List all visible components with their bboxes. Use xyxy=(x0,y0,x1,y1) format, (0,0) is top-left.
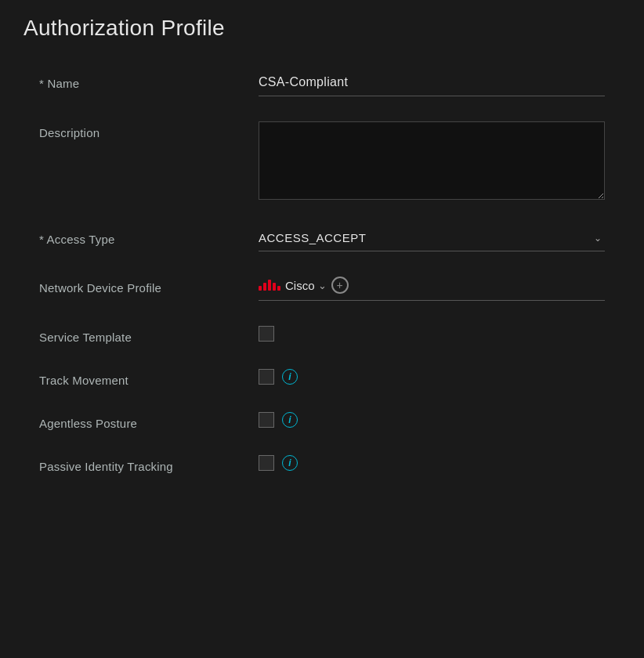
agentless-posture-info-icon[interactable]: i xyxy=(282,412,298,428)
access-type-select-wrapper: ACCESS_ACCEPT ⌄ xyxy=(259,228,605,251)
description-row: Description xyxy=(39,121,605,203)
track-movement-checkbox[interactable] xyxy=(259,369,274,385)
cisco-bar-3 xyxy=(268,280,271,291)
cisco-bar-5 xyxy=(277,286,280,291)
access-type-field-wrapper: ACCESS_ACCEPT ⌄ xyxy=(259,228,605,251)
cisco-logo: Cisco xyxy=(259,279,315,292)
network-device-profile-row: Network Device Profile Cisco ⌄ + xyxy=(39,277,605,301)
name-field-wrapper xyxy=(259,72,605,96)
agentless-posture-control: i xyxy=(259,412,605,428)
network-device-select-area: Cisco ⌄ + xyxy=(259,277,605,301)
cisco-bar-1 xyxy=(259,286,262,291)
passive-identity-tracking-label: Passive Identity Tracking xyxy=(39,455,259,473)
agentless-posture-label: Agentless Posture xyxy=(39,412,259,430)
service-template-row: Service Template xyxy=(39,326,605,344)
add-network-device-button[interactable]: + xyxy=(331,277,349,294)
description-field-wrapper xyxy=(259,121,605,203)
add-icon: + xyxy=(336,279,342,291)
name-row: * Name xyxy=(39,72,605,96)
cisco-bar-2 xyxy=(263,283,266,291)
passive-identity-tracking-row: Passive Identity Tracking i xyxy=(39,455,605,473)
network-device-chevron-icon[interactable]: ⌄ xyxy=(318,280,327,291)
access-type-value: ACCESS_ACCEPT xyxy=(259,231,366,244)
name-input[interactable] xyxy=(259,72,605,96)
track-movement-label: Track Movement xyxy=(39,369,259,387)
passive-identity-tracking-checkbox-row: i xyxy=(259,455,605,471)
agentless-posture-checkbox-row: i xyxy=(259,412,605,428)
track-movement-checkbox-row: i xyxy=(259,369,605,385)
name-label: * Name xyxy=(39,72,259,90)
service-template-control xyxy=(259,326,605,342)
service-template-checkbox-row xyxy=(259,326,605,342)
agentless-posture-checkbox[interactable] xyxy=(259,412,274,428)
description-input[interactable] xyxy=(259,121,605,200)
track-movement-control: i xyxy=(259,369,605,385)
passive-identity-tracking-checkbox[interactable] xyxy=(259,455,274,471)
access-type-row: * Access Type ACCESS_ACCEPT ⌄ xyxy=(39,228,605,251)
form-container: * Name Description * Access Type ACCESS_… xyxy=(24,72,620,473)
passive-identity-tracking-control: i xyxy=(259,455,605,471)
network-device-profile-wrapper: Cisco ⌄ + xyxy=(259,277,605,301)
page-title: Authorization Profile xyxy=(24,16,620,41)
cisco-bar-4 xyxy=(273,283,276,291)
passive-identity-tracking-info-icon[interactable]: i xyxy=(282,455,298,471)
access-type-chevron-icon: ⌄ xyxy=(594,233,602,244)
cisco-bars-icon xyxy=(259,280,280,291)
access-type-label: * Access Type xyxy=(39,228,259,246)
network-device-profile-label: Network Device Profile xyxy=(39,277,259,295)
access-type-select[interactable]: ACCESS_ACCEPT xyxy=(259,228,605,251)
track-movement-info-icon[interactable]: i xyxy=(282,369,298,385)
cisco-name: Cisco xyxy=(285,279,315,292)
service-template-checkbox[interactable] xyxy=(259,326,274,342)
service-template-label: Service Template xyxy=(39,326,259,344)
agentless-posture-row: Agentless Posture i xyxy=(39,412,605,430)
description-label: Description xyxy=(39,121,259,139)
track-movement-row: Track Movement i xyxy=(39,369,605,387)
